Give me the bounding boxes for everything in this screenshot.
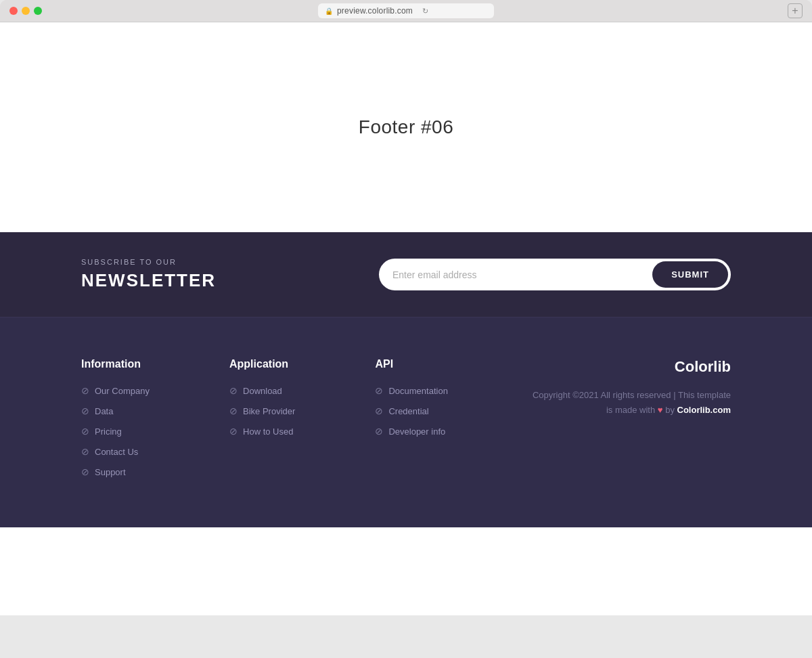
list-item[interactable]: ⊘ Data bbox=[81, 405, 150, 416]
footer-col-title-api: API bbox=[375, 358, 447, 370]
list-item[interactable]: ⊘ Developer info bbox=[375, 426, 447, 437]
page-main: Footer #06 bbox=[0, 22, 812, 232]
heart-icon: ♥ bbox=[658, 405, 665, 415]
submit-button[interactable]: SUBMIT bbox=[652, 261, 728, 288]
link-download[interactable]: Download bbox=[243, 386, 282, 396]
list-item[interactable]: ⊘ Download bbox=[229, 385, 295, 396]
window-controls bbox=[9, 7, 42, 15]
address-bar[interactable]: 🔒 preview.colorlib.com ↻ bbox=[318, 3, 494, 18]
link-credential[interactable]: Credential bbox=[388, 406, 428, 416]
footer-col-title-information: Information bbox=[81, 358, 150, 370]
check-circle-icon: ⊘ bbox=[375, 385, 383, 396]
lock-icon: 🔒 bbox=[325, 7, 333, 15]
link-contact-us[interactable]: Contact Us bbox=[95, 447, 138, 457]
brand-name: Colorlib bbox=[675, 358, 731, 376]
link-pricing[interactable]: Pricing bbox=[95, 426, 122, 437]
footer-col-information: Information ⊘ Our Company ⊘ Data ⊘ Prici… bbox=[81, 358, 150, 487]
check-circle-icon: ⊘ bbox=[375, 426, 383, 437]
list-item[interactable]: ⊘ Pricing bbox=[81, 426, 150, 437]
check-circle-icon: ⊘ bbox=[81, 426, 89, 437]
link-developer-info[interactable]: Developer info bbox=[388, 426, 445, 437]
check-circle-icon: ⊘ bbox=[375, 405, 383, 416]
list-item[interactable]: ⊘ Our Company bbox=[81, 385, 150, 396]
maximize-button[interactable] bbox=[34, 7, 42, 15]
browser-content: Footer #06 SUBSCRIBE TO OUR NEWSLETTER S… bbox=[0, 22, 812, 615]
newsletter-title: NEWSLETTER bbox=[81, 270, 216, 291]
copyright-text: Copyright ©2021 All rights reserved | Th… bbox=[528, 388, 731, 418]
browser-titlebar: 🔒 preview.colorlib.com ↻ + bbox=[0, 0, 812, 22]
copyright-link[interactable]: Colorlib.com bbox=[677, 405, 731, 415]
check-circle-icon: ⊘ bbox=[81, 405, 89, 416]
browser-window: 🔒 preview.colorlib.com ↻ + Footer #06 SU… bbox=[0, 0, 812, 615]
copyright-by: by bbox=[665, 405, 675, 415]
link-documentation[interactable]: Documentation bbox=[388, 386, 447, 396]
link-bike-provider[interactable]: Bike Provider bbox=[243, 406, 295, 416]
check-circle-icon: ⊘ bbox=[229, 385, 238, 396]
newsletter-label: SUBSCRIBE TO OUR NEWSLETTER bbox=[81, 258, 216, 291]
url-text: preview.colorlib.com bbox=[337, 6, 413, 16]
footer-col-application: Application ⊘ Download ⊘ Bike Provider ⊘… bbox=[229, 358, 295, 487]
new-tab-button[interactable]: + bbox=[788, 3, 803, 18]
newsletter-section: SUBSCRIBE TO OUR NEWSLETTER SUBMIT bbox=[0, 232, 812, 317]
footer-col-title-application: Application bbox=[229, 358, 295, 370]
link-support[interactable]: Support bbox=[95, 467, 126, 477]
list-item[interactable]: ⊘ Credential bbox=[375, 405, 447, 416]
check-circle-icon: ⊘ bbox=[81, 385, 89, 396]
footer-brand-col: Colorlib Copyright ©2021 All rights rese… bbox=[528, 358, 731, 487]
list-item[interactable]: ⊘ How to Used bbox=[229, 426, 295, 437]
list-item[interactable]: ⊘ Bike Provider bbox=[229, 405, 295, 416]
check-circle-icon: ⊘ bbox=[229, 426, 238, 437]
link-how-to-used[interactable]: How to Used bbox=[243, 426, 293, 437]
footer-col-api: API ⊘ Documentation ⊘ Credential ⊘ Devel… bbox=[375, 358, 447, 487]
link-our-company[interactable]: Our Company bbox=[95, 386, 150, 396]
list-item[interactable]: ⊘ Support bbox=[81, 466, 150, 477]
minimize-button[interactable] bbox=[22, 7, 30, 15]
bottom-bar bbox=[0, 527, 812, 615]
list-item[interactable]: ⊘ Documentation bbox=[375, 385, 447, 396]
check-circle-icon: ⊘ bbox=[229, 405, 238, 416]
check-circle-icon: ⊘ bbox=[81, 466, 89, 477]
email-input[interactable] bbox=[392, 263, 652, 287]
link-data[interactable]: Data bbox=[95, 406, 113, 416]
list-item[interactable]: ⊘ Contact Us bbox=[81, 446, 150, 457]
newsletter-subtitle: SUBSCRIBE TO OUR bbox=[81, 258, 216, 266]
check-circle-icon: ⊘ bbox=[81, 446, 89, 457]
close-button[interactable] bbox=[9, 7, 18, 15]
refresh-icon[interactable]: ↻ bbox=[422, 7, 428, 16]
page-title: Footer #06 bbox=[359, 116, 453, 138]
footer-links-section: Information ⊘ Our Company ⊘ Data ⊘ Prici… bbox=[0, 317, 812, 527]
newsletter-form: SUBMIT bbox=[379, 259, 731, 290]
